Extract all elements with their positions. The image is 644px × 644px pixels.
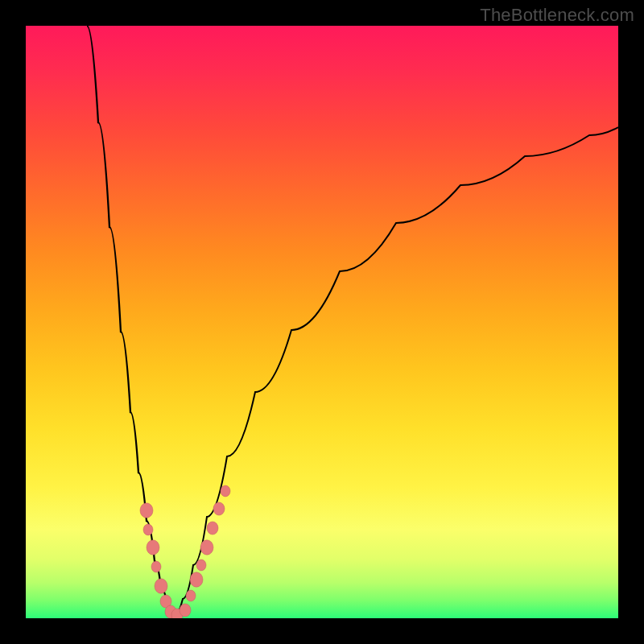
data-dot xyxy=(155,579,167,593)
data-dot xyxy=(213,502,225,515)
watermark-text: TheBottleneck.com xyxy=(480,5,634,26)
data-dot xyxy=(186,590,196,601)
data-dot xyxy=(180,604,191,617)
curve-left-branch xyxy=(87,26,174,617)
data-dot xyxy=(207,522,218,535)
data-dot xyxy=(151,561,161,572)
curve-right-branch xyxy=(174,127,618,617)
data-dot xyxy=(140,503,153,518)
chart-plot-area xyxy=(26,26,618,618)
data-dot xyxy=(147,540,159,555)
data-dot xyxy=(221,485,230,497)
data-dot xyxy=(200,540,213,555)
data-dot xyxy=(190,572,203,587)
data-dot xyxy=(143,524,153,535)
data-dot xyxy=(196,559,206,571)
bottleneck-curve-svg xyxy=(26,26,618,618)
data-dots-group xyxy=(140,485,230,618)
